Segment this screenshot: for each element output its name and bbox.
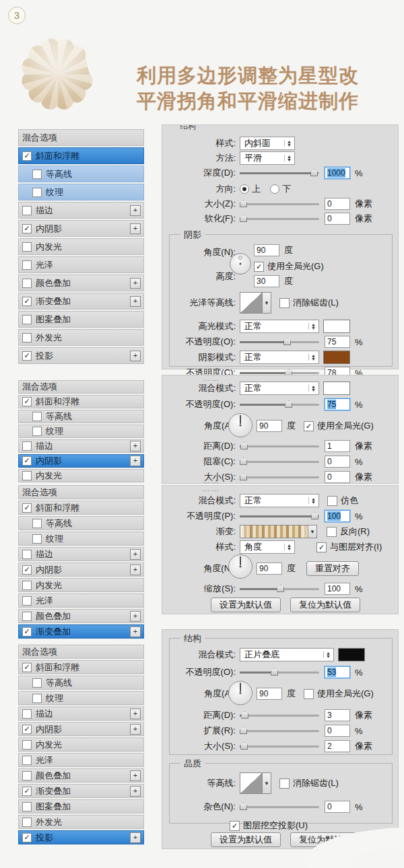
- expand-plus-icon[interactable]: +: [130, 223, 141, 234]
- list-item-stroke[interactable]: 描边+: [18, 202, 144, 219]
- scale-slider[interactable]: [240, 584, 319, 593]
- contour-swatch[interactable]: [240, 772, 263, 794]
- checkbox[interactable]: ✓: [22, 663, 32, 672]
- checkbox[interactable]: [22, 550, 32, 559]
- size-value[interactable]: 2: [325, 740, 350, 752]
- list-item-bevel-emboss[interactable]: ✓斜面和浮雕: [18, 660, 144, 674]
- checkbox[interactable]: ✓: [22, 787, 32, 796]
- list-item-texture[interactable]: 纹理: [18, 184, 144, 201]
- expand-plus-icon[interactable]: +: [130, 205, 141, 216]
- checkbox[interactable]: ✓: [22, 351, 32, 361]
- highlight-opacity-value[interactable]: 75: [325, 336, 350, 348]
- list-item-blending-options[interactable]: 混合选项: [18, 485, 144, 499]
- expand-plus-icon[interactable]: +: [130, 611, 141, 622]
- angle-value[interactable]: 90: [257, 688, 282, 700]
- reset-default-button[interactable]: 复位为默认值: [290, 598, 360, 612]
- list-item-pattern-overlay[interactable]: 图案叠加: [18, 311, 144, 328]
- choke-slider[interactable]: [240, 457, 319, 466]
- highlight-color-swatch[interactable]: [323, 320, 350, 333]
- list-item-inner-glow[interactable]: 内发光: [18, 578, 144, 592]
- list-item-inner-glow[interactable]: 内发光: [18, 737, 144, 752]
- gradient-swatch[interactable]: [240, 525, 308, 538]
- checkbox[interactable]: [22, 756, 32, 765]
- list-item-outer-glow[interactable]: 外发光: [18, 815, 144, 829]
- choke-value[interactable]: 0: [325, 456, 350, 468]
- list-item-inner-glow[interactable]: 内发光: [18, 238, 144, 255]
- checkbox[interactable]: [22, 612, 32, 621]
- use-global-light-checkbox[interactable]: ✓: [304, 421, 314, 431]
- distance-slider[interactable]: [240, 711, 319, 720]
- depth-slider[interactable]: [240, 168, 319, 178]
- list-item-inner-shadow[interactable]: ✓内阴影+: [18, 563, 144, 577]
- list-item-texture[interactable]: 纹理: [18, 425, 144, 438]
- list-item-blending-options[interactable]: 混合选项: [18, 129, 144, 146]
- list-item-satin[interactable]: 光泽: [18, 256, 144, 273]
- list-item-bevel-emboss[interactable]: ✓斜面和浮雕: [18, 395, 144, 408]
- list-item-gradient-overlay[interactable]: ✓渐变叠加+: [18, 624, 144, 639]
- opacity-slider[interactable]: [240, 400, 319, 409]
- list-item-inner-shadow[interactable]: ✓内阴影+: [18, 722, 144, 736]
- checkbox[interactable]: ✓: [22, 627, 32, 637]
- gradient-style-select[interactable]: 角度▲▼: [240, 540, 295, 554]
- gloss-contour-swatch[interactable]: [240, 292, 263, 314]
- checkbox[interactable]: [32, 188, 42, 197]
- angle-value[interactable]: 90: [254, 244, 279, 256]
- checkbox[interactable]: [22, 596, 32, 606]
- angle-value[interactable]: 90: [257, 420, 282, 432]
- list-item-texture[interactable]: 纹理: [18, 532, 144, 546]
- blend-mode-select[interactable]: 正片叠底▲▼: [240, 648, 334, 661]
- checkbox[interactable]: [32, 534, 42, 544]
- drop-shadow-color-swatch[interactable]: [338, 648, 365, 661]
- highlight-mode-select[interactable]: 正常▲▼: [240, 320, 319, 333]
- list-item-inner-shadow[interactable]: ✓内阴影+: [18, 454, 144, 468]
- checkbox[interactable]: ✓: [22, 833, 32, 842]
- expand-plus-icon[interactable]: +: [130, 549, 141, 560]
- checkbox[interactable]: [32, 678, 42, 688]
- direction-down-radio[interactable]: [270, 184, 279, 194]
- reverse-checkbox[interactable]: [327, 527, 337, 537]
- list-item-color-overlay[interactable]: 颜色叠加+: [18, 609, 144, 623]
- opacity-value[interactable]: 53: [325, 666, 350, 678]
- expand-plus-icon[interactable]: +: [130, 351, 141, 361]
- list-item-pattern-overlay[interactable]: 图案叠加: [18, 799, 144, 813]
- distance-value[interactable]: 3: [325, 709, 350, 721]
- soften-value[interactable]: 0: [325, 213, 350, 225]
- scale-value[interactable]: 100: [325, 583, 350, 595]
- shadow-mode-select[interactable]: 正常▲▼: [240, 351, 319, 364]
- depth-value[interactable]: 1000: [325, 167, 350, 179]
- checkbox[interactable]: [22, 279, 32, 288]
- expand-plus-icon[interactable]: +: [130, 565, 141, 575]
- noise-value[interactable]: 0: [325, 801, 350, 813]
- highlight-opacity-slider[interactable]: [240, 337, 319, 347]
- blend-mode-select[interactable]: 正常▲▼: [240, 382, 319, 395]
- list-item-inner-shadow[interactable]: ✓内阴影+: [18, 220, 144, 237]
- list-item-bevel-emboss[interactable]: ✓斜面和浮雕: [18, 501, 144, 515]
- list-item-blending-options[interactable]: 混合选项: [18, 645, 144, 659]
- gradient-dropdown-icon[interactable]: ▼: [308, 525, 317, 538]
- checkbox[interactable]: ✓: [22, 151, 32, 161]
- expand-plus-icon[interactable]: +: [130, 724, 141, 735]
- expand-plus-icon[interactable]: +: [130, 441, 141, 451]
- list-item-stroke[interactable]: 描边+: [18, 439, 144, 453]
- checkbox[interactable]: ✓: [22, 397, 32, 406]
- dither-checkbox[interactable]: [327, 496, 337, 506]
- expand-plus-icon[interactable]: +: [130, 626, 141, 637]
- bevel-technique-select[interactable]: 平滑▲▼: [240, 151, 295, 165]
- expand-plus-icon[interactable]: +: [130, 770, 141, 781]
- expand-plus-icon[interactable]: +: [130, 832, 141, 843]
- list-item-drop-shadow[interactable]: ✓投影+: [18, 830, 144, 844]
- list-item-outer-glow[interactable]: 外发光: [18, 329, 144, 346]
- checkbox[interactable]: [32, 694, 42, 703]
- list-item-gradient-overlay[interactable]: ✓渐变叠加+: [18, 293, 144, 310]
- expand-plus-icon[interactable]: +: [130, 296, 141, 307]
- use-global-light-checkbox[interactable]: [304, 689, 314, 699]
- contour-dropdown-icon[interactable]: ▼: [263, 292, 271, 314]
- checkbox[interactable]: [22, 441, 32, 451]
- list-item-bevel-emboss[interactable]: ✓斜面和浮雕: [18, 147, 144, 164]
- size-slider[interactable]: [240, 742, 319, 751]
- checkbox[interactable]: [22, 581, 32, 590]
- checkbox[interactable]: [32, 170, 42, 179]
- bevel-style-select[interactable]: 内斜面▲▼: [240, 137, 295, 150]
- list-item-satin[interactable]: 光泽: [18, 593, 144, 608]
- noise-slider[interactable]: [240, 802, 319, 811]
